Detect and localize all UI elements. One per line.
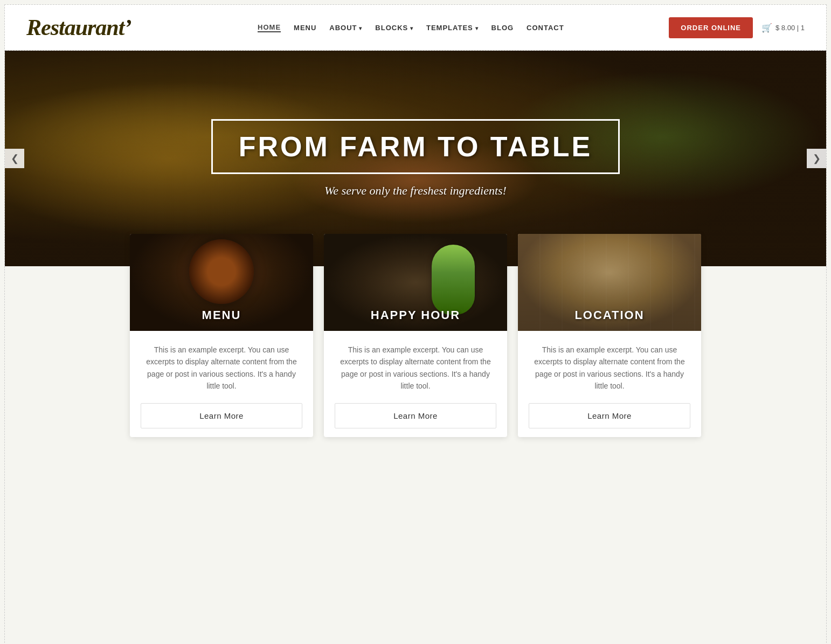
card-location-body: This is an example excerpt. You can use … [518,331,701,437]
main-content: FROM FARM TO TABLE We serve only the fre… [5,51,826,459]
cart-info[interactable]: 🛒 $ 8.00 | 1 [761,23,805,33]
nav-blocks[interactable]: BLOCKS [375,24,413,32]
hero-subtitle: We serve only the freshest ingredients! [211,184,620,198]
hero-prev-button[interactable]: ❮ [5,149,24,168]
hero-title-box: FROM FARM TO TABLE [211,119,620,174]
nav-home[interactable]: HOME [258,23,281,32]
card-location-excerpt: This is an example excerpt. You can use … [529,344,690,392]
card-location-image: LOCATION [518,234,701,331]
cards-section: MENU This is an example excerpt. You can… [5,234,826,437]
cart-amount: $ 8.00 | 1 [775,24,805,32]
nav-blog[interactable]: BLOG [491,24,514,32]
site-logo[interactable]: Restaurant’ [26,15,131,40]
nav-templates[interactable]: TEMPLATES [426,24,479,32]
card-happy-hour-label: HAPPY HOUR [371,308,460,322]
card-happy-hour: HAPPY HOUR This is an example excerpt. Y… [324,234,507,437]
card-location: LOCATION This is an example excerpt. You… [518,234,701,437]
card-menu-body: This is an example excerpt. You can use … [130,331,313,437]
card-happy-hour-learn-more-button[interactable]: Learn More [335,403,496,428]
cart-icon: 🛒 [761,23,772,33]
card-location-learn-more-button[interactable]: Learn More [529,403,690,428]
nav-contact[interactable]: CONTACT [527,24,564,32]
nav-about[interactable]: ABOUT [329,24,362,32]
card-menu-learn-more-button[interactable]: Learn More [141,403,302,428]
card-happy-hour-excerpt: This is an example excerpt. You can use … [335,344,496,392]
header: Restaurant’ HOME MENU ABOUT BLOCKS TEMPL… [5,5,826,51]
card-happy-hour-body: This is an example excerpt. You can use … [324,331,507,437]
card-menu-label: MENU [202,308,241,322]
hero-title: FROM FARM TO TABLE [239,130,592,163]
card-menu: MENU This is an example excerpt. You can… [130,234,313,437]
hero-next-button[interactable]: ❯ [807,149,826,168]
card-menu-excerpt: This is an example excerpt. You can use … [141,344,302,392]
hero-content: FROM FARM TO TABLE We serve only the fre… [211,119,620,198]
card-happy-hour-image: HAPPY HOUR [324,234,507,331]
order-online-button[interactable]: ORDER ONLINE [669,17,753,38]
page-wrapper: Restaurant’ HOME MENU ABOUT BLOCKS TEMPL… [4,4,827,644]
card-location-label: LOCATION [574,308,644,322]
card-menu-image: MENU [130,234,313,331]
main-nav: HOME MENU ABOUT BLOCKS TEMPLATES BLOG CO… [153,23,669,32]
nav-menu[interactable]: MENU [294,24,316,32]
